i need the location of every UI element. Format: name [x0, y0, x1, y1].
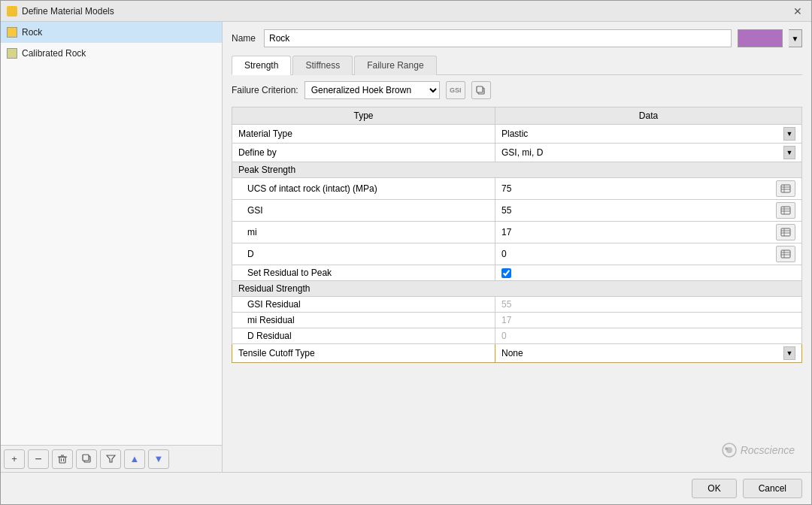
move-down-button[interactable]: ▼	[148, 449, 169, 469]
title-bar-left: Define Material Models	[7, 6, 114, 17]
cell-gsi-data[interactable]: 55	[495, 200, 802, 222]
table-row-peak-strength-header: Peak Strength	[232, 162, 802, 178]
cell-ucs-label: UCS of intact rock (intact) (MPa)	[232, 178, 495, 200]
ucs-table-icon-btn[interactable]	[776, 180, 795, 197]
main-content: Rock Calibrated Rock + −	[1, 22, 811, 472]
add-button[interactable]: +	[4, 449, 25, 469]
filter-icon	[106, 454, 116, 464]
material-label-calibrated-rock: Calibrated Rock	[22, 48, 86, 59]
table-row-gsi-residual: GSI Residual 55	[232, 297, 802, 313]
mi-table-icon-btn[interactable]	[776, 224, 795, 240]
window-icon	[7, 6, 17, 17]
cell-d-residual-label: D Residual	[232, 328, 495, 344]
gsi-table-icon-btn[interactable]	[776, 202, 795, 219]
criterion-label: Failure Criterion:	[232, 85, 298, 95]
cell-tensile-cutoff-data[interactable]: None ▼	[495, 344, 802, 363]
name-label: Name	[232, 33, 258, 44]
table-row-mi-residual: mi Residual 17	[232, 313, 802, 328]
svg-point-28	[725, 447, 728, 450]
copy-icon	[82, 454, 92, 464]
material-item-calibrated-rock[interactable]: Calibrated Rock	[1, 43, 222, 64]
svg-rect-18	[781, 228, 790, 236]
residual-strength-header: Residual Strength	[232, 281, 802, 297]
svg-rect-10	[781, 185, 790, 192]
cell-mi-data[interactable]: 17	[495, 222, 802, 243]
material-type-dropdown[interactable]: ▼	[783, 127, 795, 141]
copy-button[interactable]	[76, 449, 97, 469]
cell-mi-label: mi	[232, 222, 495, 243]
tab-failure-range[interactable]: Failure Range	[354, 56, 436, 75]
tabs-row: Strength Stiffness Failure Range	[232, 55, 802, 75]
define-by-value: GSI, mi, D	[501, 147, 783, 158]
set-residual-checkbox[interactable]	[501, 268, 511, 278]
right-panel: Name ▼ Strength Stiffness Failure Range …	[223, 22, 811, 472]
svg-marker-7	[107, 455, 115, 462]
delete-button[interactable]	[52, 449, 73, 469]
move-up-button[interactable]: ▲	[124, 449, 145, 469]
mi-value: 17	[501, 227, 776, 237]
rocscience-logo-icon	[721, 442, 738, 458]
left-panel: Rock Calibrated Rock + −	[1, 22, 223, 472]
table-row-material-type: Material Type Plastic ▼	[232, 125, 802, 144]
cell-d-data[interactable]: 0	[495, 243, 802, 265]
tab-strength[interactable]: Strength	[232, 56, 291, 75]
svg-rect-14	[781, 207, 790, 214]
cancel-button[interactable]: Cancel	[743, 479, 802, 498]
close-button[interactable]: ✕	[790, 4, 805, 19]
cell-gsi-label: GSI	[232, 200, 495, 222]
ok-button[interactable]: OK	[692, 479, 736, 498]
cell-gsi-residual-label: GSI Residual	[232, 297, 495, 313]
table-row-gsi: GSI 55	[232, 200, 802, 222]
table-row-d-residual: D Residual 0	[232, 328, 802, 344]
d-value: 0	[501, 249, 776, 259]
d-table-icon-btn[interactable]	[776, 246, 795, 262]
table-icon-4	[780, 249, 791, 259]
d-residual-value: 0	[501, 331, 507, 341]
cell-d-label: D	[232, 243, 495, 265]
table-row-set-residual: Set Residual to Peak	[232, 265, 802, 281]
tab-stiffness[interactable]: Stiffness	[292, 56, 353, 75]
filter-button[interactable]	[100, 449, 121, 469]
table-icon-2	[780, 206, 791, 215]
svg-rect-0	[59, 457, 65, 463]
col-header-data: Data	[495, 107, 802, 125]
material-item-rock[interactable]: Rock	[1, 22, 222, 43]
color-button[interactable]	[738, 29, 783, 47]
mi-residual-value: 17	[501, 315, 511, 325]
copy-table-button[interactable]	[471, 81, 491, 99]
remove-button[interactable]: −	[28, 449, 49, 469]
cell-ucs-data[interactable]: 75	[495, 178, 802, 200]
tensile-cutoff-value: None	[501, 348, 783, 358]
table-row-residual-header: Residual Strength	[232, 281, 802, 297]
cell-mi-residual-data: 17	[495, 313, 802, 328]
title-bar: Define Material Models ✕	[1, 1, 811, 22]
bottom-bar: OK Cancel	[1, 472, 811, 504]
gsi-value: 55	[501, 205, 776, 216]
main-window: Define Material Models ✕ Rock Calibrated…	[0, 0, 812, 505]
svg-rect-22	[781, 250, 790, 258]
table-row-tensile-cutoff: Tensile Cutoff Type None ▼	[232, 344, 802, 363]
cell-define-by-data[interactable]: GSI, mi, D ▼	[495, 144, 802, 162]
table-row-ucs: UCS of intact rock (intact) (MPa) 75	[232, 178, 802, 200]
ucs-value: 75	[501, 183, 776, 194]
peak-strength-header: Peak Strength	[232, 162, 802, 178]
cell-material-type-data[interactable]: Plastic ▼	[495, 125, 802, 144]
gsi-residual-value: 55	[501, 299, 511, 310]
criterion-select[interactable]: Generalized Hoek Brown Mohr-Coulomb Druc…	[304, 81, 440, 99]
material-label-rock: Rock	[22, 27, 42, 38]
col-header-type: Type	[232, 107, 495, 125]
cell-gsi-residual-data: 55	[495, 297, 802, 313]
tensile-cutoff-dropdown[interactable]: ▼	[783, 346, 795, 360]
trash-icon	[57, 454, 68, 464]
name-row: Name ▼	[232, 29, 802, 47]
name-input[interactable]	[264, 29, 732, 47]
material-type-value: Plastic	[501, 129, 783, 139]
table-row-mi: mi 17	[232, 222, 802, 243]
criterion-row: Failure Criterion: Generalized Hoek Brow…	[232, 81, 802, 99]
gsi-chart-button[interactable]: GSI	[446, 81, 465, 99]
define-by-dropdown[interactable]: ▼	[783, 146, 795, 159]
window-title: Define Material Models	[22, 6, 114, 17]
color-dropdown-arrow[interactable]: ▼	[789, 29, 802, 47]
material-list: Rock Calibrated Rock	[1, 22, 222, 445]
cell-set-residual-data[interactable]	[495, 265, 802, 281]
